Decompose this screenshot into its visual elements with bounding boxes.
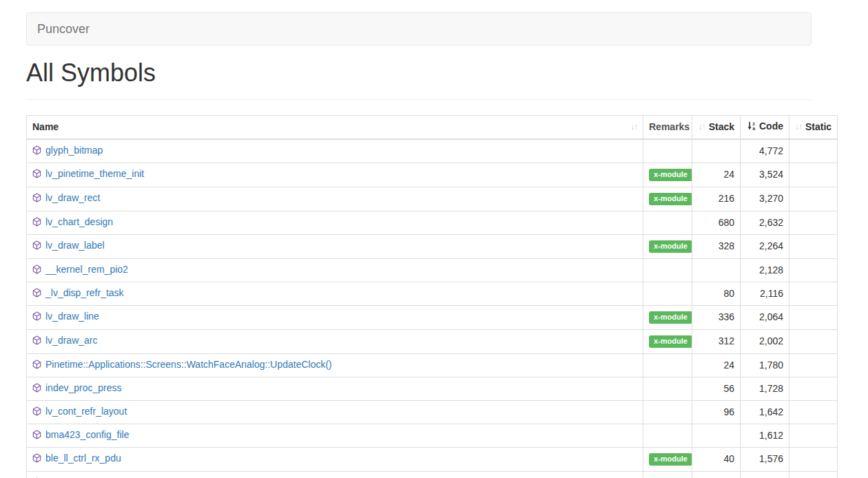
column-label: Name (32, 121, 59, 132)
code-cell: 3,270 (741, 187, 789, 211)
navbar: Puncover (26, 12, 812, 45)
symbol-row: ble_ll_ctrl_rx_pdu x-module 40 1,576 (27, 447, 838, 471)
x-module-badge: x-module (649, 169, 692, 181)
cube-icon (32, 335, 41, 347)
cube-icon (32, 311, 41, 323)
static-cell (789, 282, 838, 305)
static-cell (789, 424, 838, 447)
remarks-cell (643, 258, 692, 282)
static-cell (789, 447, 838, 471)
stack-cell: 40 (692, 447, 741, 471)
remarks-cell (643, 353, 692, 377)
code-cell: 4,772 (741, 139, 789, 163)
remarks-cell: x-module (643, 234, 692, 258)
symbol-row: lv_pinetime_theme_init x-module 24 3,524 (27, 163, 838, 187)
symbol-name-cell: bma423_config_file (27, 424, 643, 447)
symbol-row: lv_cont_refr_layout 96 1,642 (27, 400, 838, 424)
symbol-link[interactable]: Pinetime::Applications::Screens::WatchFa… (45, 359, 332, 370)
symbol-row: Pinetime::Applications::Screens::WatchFa… (27, 353, 838, 377)
symbol-row: bma423_config_file 1,612 (27, 424, 838, 447)
sort-unsorted-icon (630, 122, 637, 132)
symbol-link[interactable]: ble_ll_ctrl_rx_pdu (45, 453, 121, 464)
divider (26, 99, 812, 100)
symbol-link[interactable]: lv_chart_design (45, 216, 113, 227)
remarks-cell (643, 424, 692, 447)
code-cell: 2,264 (741, 234, 789, 258)
static-cell (789, 211, 838, 234)
remarks-cell: x-module (643, 187, 692, 211)
stack-cell: 80 (692, 282, 741, 305)
symbol-row: lv_draw_rect x-module 216 3,270 (27, 187, 838, 211)
stack-cell (692, 139, 741, 163)
symbol-link[interactable]: __kernel_rem_pio2 (45, 264, 128, 275)
code-cell: 2,632 (741, 211, 789, 234)
static-cell (789, 234, 838, 258)
stack-cell: 24 (692, 353, 741, 377)
symbol-link[interactable]: _lv_disp_refr_task (45, 287, 124, 298)
page: Puncover All Symbols Name Remarks Stack (0, 12, 868, 478)
symbol-link[interactable]: lv_draw_rect (45, 192, 100, 203)
stack-cell: 96 (692, 400, 741, 424)
static-cell (789, 187, 838, 211)
remarks-cell: x-module (643, 163, 692, 187)
remarks-cell: x-module (643, 305, 692, 329)
static-cell (789, 163, 838, 187)
remarks-cell: x-module (643, 329, 692, 353)
symbol-link[interactable]: lv_draw_label (45, 240, 105, 251)
column-header-static[interactable]: Static (789, 115, 838, 139)
symbol-name-cell: lv_draw_rect (27, 187, 643, 211)
code-cell: 1,642 (741, 400, 789, 424)
table-header-row: Name Remarks Stack zaCode Static (27, 115, 838, 139)
code-cell: 1,480 (741, 471, 789, 478)
symbol-link[interactable]: glyph_bitmap (45, 145, 103, 156)
cube-icon (32, 430, 41, 441)
static-cell (789, 139, 838, 163)
svg-text:a: a (753, 126, 756, 131)
symbol-row: glyph_bitmap 4,772 (27, 139, 838, 163)
code-cell: 1,780 (741, 353, 789, 377)
navbar-brand-link[interactable]: Puncover (27, 22, 100, 37)
column-header-stack[interactable]: Stack (692, 115, 741, 139)
symbol-link[interactable]: lv_cont_refr_layout (45, 406, 127, 417)
symbol-link[interactable]: lv_draw_arc (45, 335, 97, 346)
symbol-name-cell: Pinetime::Applications::Screens::WatchFa… (27, 353, 643, 377)
cube-icon (32, 406, 41, 418)
cube-icon (32, 288, 41, 300)
stack-cell: 216 (692, 187, 741, 211)
symbol-link[interactable]: lv_pinetime_theme_init (45, 168, 144, 179)
column-header-code[interactable]: zaCode (741, 115, 789, 139)
remarks-cell: x-module (643, 447, 692, 471)
symbols-table: Name Remarks Stack zaCode Static glyph_b (26, 115, 838, 478)
stack-cell: 56 (692, 377, 741, 400)
x-module-badge: x-module (649, 193, 692, 205)
static-cell (789, 353, 838, 377)
symbol-link[interactable]: lv_draw_line (45, 311, 99, 322)
symbol-link[interactable]: bma423_config_file (45, 429, 129, 440)
stack-cell: 328 (692, 234, 741, 258)
symbol-name-cell: indev_proc_press (27, 377, 643, 400)
column-header-name[interactable]: Name (27, 115, 643, 139)
column-label: Stack (709, 121, 734, 132)
symbol-row: lv_chart_design 680 2,632 (27, 211, 838, 234)
symbol-row: lv_draw_arc x-module 312 2,002 (27, 329, 838, 353)
stack-cell: 680 (692, 211, 741, 234)
cube-icon (32, 453, 41, 465)
remarks-cell (643, 377, 692, 400)
code-cell: 2,002 (741, 329, 789, 353)
stack-cell (692, 258, 741, 282)
code-cell: 2,116 (741, 282, 789, 305)
remarks-cell (643, 400, 692, 424)
static-cell (789, 329, 838, 353)
x-module-badge: x-module (649, 335, 692, 348)
symbol-row: lv_bar_design 248 1,480 (27, 471, 838, 478)
symbol-row: lv_draw_label x-module 328 2,264 (27, 234, 838, 258)
symbol-name-cell: glyph_bitmap (27, 139, 643, 163)
cube-icon (32, 145, 41, 157)
symbol-name-cell: lv_draw_label (27, 234, 643, 258)
cube-icon (32, 217, 41, 229)
symbol-link[interactable]: indev_proc_press (45, 382, 122, 393)
symbol-name-cell: __kernel_rem_pio2 (27, 258, 643, 282)
column-label: Static (805, 121, 831, 132)
stack-cell: 336 (692, 305, 741, 329)
symbol-name-cell: ble_ll_ctrl_rx_pdu (27, 447, 643, 471)
